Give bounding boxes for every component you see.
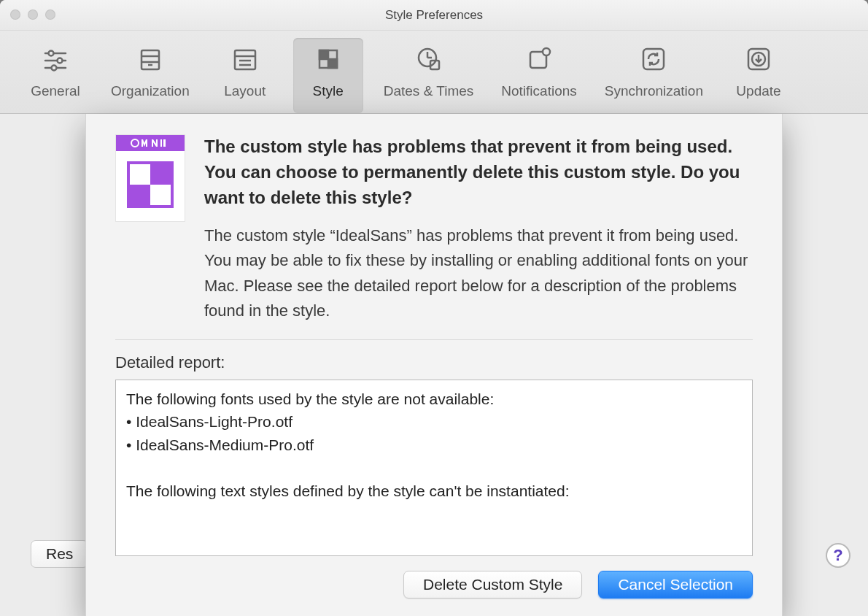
close-window-button[interactable] (10, 9, 20, 20)
svg-point-22 (543, 48, 550, 55)
report-textarea[interactable]: The following fonts used by the style ar… (115, 380, 753, 556)
tab-synchronization[interactable]: Synchronization (597, 38, 710, 113)
tab-label: General (31, 83, 80, 99)
reset-button[interactable]: Res (31, 540, 88, 568)
traffic-lights (10, 9, 55, 20)
tab-layout[interactable]: Layout (210, 38, 280, 113)
alert-heading: The custom style has problems that preve… (204, 134, 753, 210)
tab-label: Organization (111, 83, 190, 99)
tab-update[interactable]: Update (724, 38, 794, 113)
alert-body: The custom style “IdealSans” has problem… (204, 223, 753, 323)
svg-point-3 (58, 58, 63, 63)
checker-icon (127, 161, 174, 208)
toolbar: General Organization (0, 31, 868, 114)
tab-organization[interactable]: Organization (104, 38, 197, 113)
omni-brand-bar (116, 135, 185, 151)
zoom-window-button[interactable] (45, 9, 55, 20)
content-area: Res ? (0, 114, 868, 616)
minimize-window-button[interactable] (28, 9, 38, 20)
svg-rect-23 (643, 49, 664, 69)
tab-label: Synchronization (605, 83, 703, 99)
sync-icon (635, 42, 673, 76)
svg-point-1 (49, 51, 54, 56)
window-title: Style Preferences (385, 8, 483, 23)
drawer-icon (131, 42, 169, 76)
tab-dates-times[interactable]: Dates & Times (376, 38, 481, 113)
help-button[interactable]: ? (826, 543, 850, 568)
svg-point-27 (131, 139, 139, 147)
svg-rect-6 (142, 50, 159, 69)
tab-label: Notifications (501, 83, 577, 99)
checker-icon (309, 42, 347, 76)
sliders-icon (36, 42, 74, 76)
tab-general[interactable]: General (20, 38, 90, 113)
preferences-window: Style Preferences General (0, 0, 868, 616)
svg-point-5 (52, 66, 57, 71)
tab-notifications[interactable]: Notifications (494, 38, 584, 113)
alert-buttons: Delete Custom Style Cancel Selection (115, 571, 753, 598)
style-file-icon (115, 134, 185, 222)
report-label: Detailed report: (115, 353, 753, 372)
svg-rect-29 (163, 139, 166, 147)
cancel-selection-button[interactable]: Cancel Selection (598, 571, 753, 598)
tab-label: Dates & Times (384, 83, 474, 99)
divider (115, 339, 753, 340)
tab-label: Style (313, 83, 344, 99)
notification-icon (520, 42, 558, 76)
svg-rect-16 (328, 59, 337, 68)
layout-icon (226, 42, 264, 76)
clock-icon (410, 42, 448, 76)
download-icon (740, 42, 778, 76)
delete-custom-style-button[interactable]: Delete Custom Style (403, 571, 582, 598)
svg-rect-15 (319, 50, 328, 59)
tab-style[interactable]: Style (293, 38, 363, 113)
tab-label: Layout (224, 83, 266, 99)
tab-label: Update (736, 83, 780, 99)
alert-sheet: The custom style has problems that preve… (85, 114, 783, 616)
titlebar: Style Preferences (0, 0, 868, 31)
svg-rect-28 (160, 139, 162, 147)
